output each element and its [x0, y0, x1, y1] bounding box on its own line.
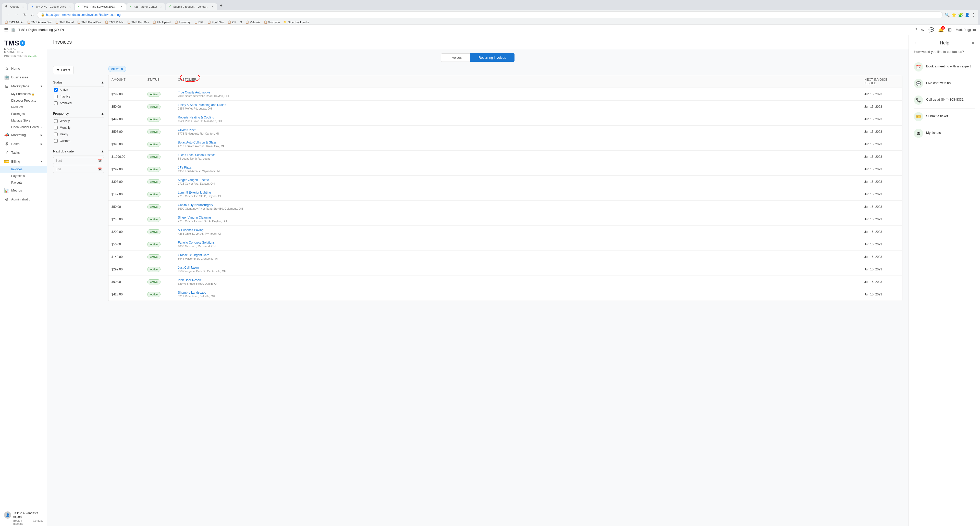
table-row[interactable]: $50.00 Active Finley & Sons Plumbing and… [108, 100, 902, 113]
tab-tms[interactable]: + TMS+ Paid Services 2023 - Goog... ✕ [75, 3, 126, 10]
weekly-checkbox[interactable] [54, 119, 58, 123]
yearly-checkbox[interactable] [54, 132, 58, 136]
customer-name-link[interactable]: Pink Door Resale [178, 278, 858, 282]
table-row[interactable]: $499.00 Active Roberts Heating & Cooling… [108, 113, 902, 126]
hamburger-icon[interactable]: ☰ [4, 27, 8, 33]
customer-name-link[interactable]: Finley & Sons Plumbing and Drains [178, 103, 858, 107]
address-bar[interactable]: 🔒 https://partners.vendasta.com/invoices… [37, 11, 943, 18]
table-row[interactable]: $428.00 Active Shambre Landscape 5217 Ru… [108, 288, 902, 301]
filter-frequency-header[interactable]: Frequency ▲ [53, 110, 104, 118]
archived-checkbox[interactable] [54, 101, 58, 105]
tab-tms-close[interactable]: ✕ [120, 5, 123, 8]
book-meeting-link[interactable]: Book a meeting [13, 519, 31, 525]
help-option-book-meeting[interactable]: 📅 Book a meeting with an expert [914, 59, 975, 75]
bookmark-tms-portal-dev[interactable]: 📋TMS Portal Dev [77, 21, 101, 24]
bookmark-vendasta[interactable]: 📋Vendasta [264, 21, 280, 24]
filters-button[interactable]: ▼ Filters [53, 66, 73, 74]
sidebar-item-tasks[interactable]: ✓ Tasks [0, 148, 47, 157]
bookmark-inventory[interactable]: 📋Inventory [175, 21, 190, 24]
date-end-input[interactable]: End 📅 [53, 166, 104, 173]
customer-name-link[interactable]: Capital City Neurosurgery [178, 203, 858, 207]
bookmark-g[interactable]: G [240, 21, 242, 24]
bookmark-file-upload[interactable]: 📋File Upload [153, 21, 171, 24]
table-row[interactable]: $50.00 Active Capital City Neurosurgery … [108, 201, 902, 213]
tab-google-close[interactable]: ✕ [22, 5, 24, 8]
customer-name-link[interactable]: JJ's Pizza [178, 166, 858, 169]
table-row[interactable]: $149.00 Active Grosse Ile Urgent Care 89… [108, 251, 902, 263]
customer-name-link[interactable]: Oliver's Pizza [178, 128, 858, 132]
bookmark-tms-public[interactable]: 📋TMS Public [105, 21, 124, 24]
sidebar-item-open-vendor-center[interactable]: Open Vendor Center ↗ [0, 124, 47, 131]
filter-weekly[interactable]: Weekly [53, 118, 104, 124]
new-tab-button[interactable]: + [218, 2, 225, 10]
connect-icon[interactable]: ∞ [921, 27, 924, 32]
contact-link[interactable]: Contact [33, 519, 43, 525]
sidebar-item-businesses[interactable]: 🏢 Businesses [0, 73, 47, 82]
tab-vendasta[interactable]: V Submit a request – Vendasta Sup... ✕ [166, 3, 217, 10]
notification-bell[interactable]: 🔔 2 [938, 27, 944, 33]
sidebar-item-metrics[interactable]: 📊 Metrics [0, 186, 47, 195]
customer-name-link[interactable]: Fanello Concrete Solutions [178, 241, 858, 244]
bookmark-tms-pub-dev[interactable]: 📋TMS Pub Dev [127, 21, 149, 24]
help-close-button[interactable]: ✕ [971, 40, 975, 46]
profile-icon[interactable]: 👤 [965, 13, 970, 18]
bookmark-zip[interactable]: 📋ZIP [228, 21, 236, 24]
sidebar-item-manage-store[interactable]: Manage Store [0, 117, 47, 124]
active-checkbox[interactable] [54, 88, 58, 92]
help-option-call-us[interactable]: 📞 Call us at (844) 308-8331 [914, 92, 975, 108]
forward-button[interactable]: → [13, 12, 20, 18]
extensions-icon[interactable]: 🧩 [958, 13, 963, 18]
sidebar-item-marketplace[interactable]: ⊞ Marketplace ▼ [0, 82, 47, 91]
help-back-button[interactable]: ← [914, 41, 918, 45]
back-button[interactable]: ← [5, 12, 11, 18]
table-row[interactable]: $299.00 Active JJ's Pizza 1952 Ford Aven… [108, 163, 902, 176]
bookmark-brl[interactable]: 📋BRL [194, 21, 204, 24]
filter-archived[interactable]: Archived [53, 100, 104, 107]
tab-partner[interactable]: ✓ (2) Partner Center ✕ [126, 3, 165, 10]
date-start-input[interactable]: Start 📅 [53, 157, 104, 164]
bookmark-tms-admin-dev[interactable]: 📋TMS Admin Dev [27, 21, 52, 24]
grid-icon[interactable]: ⊞ [948, 27, 952, 33]
table-row[interactable]: $1,096.00 Active Lucas Local School Dist… [108, 151, 902, 163]
filter-yearly[interactable]: Yearly [53, 131, 104, 138]
help-option-my-tickets[interactable]: 🎟 My tickets [914, 125, 975, 142]
table-row[interactable]: $598.00 Active Oliver's Pizza 8773 N Hag… [108, 126, 902, 138]
filter-status-header[interactable]: Status ▲ [53, 78, 104, 86]
menu-icon[interactable]: ⋮ [971, 13, 975, 18]
sidebar-item-products[interactable]: Products [0, 104, 47, 110]
tab-recurring-invoices[interactable]: Recurring Invoices [470, 53, 514, 62]
sidebar-item-billing[interactable]: 💳 Billing ▼ [0, 157, 47, 166]
table-row[interactable]: $299.00 Active True Quality Automotive 2… [108, 88, 902, 100]
sidebar-item-discover-products[interactable]: Discover Products [0, 97, 47, 104]
bookmark-tms-portal[interactable]: 📋TMS Portal [55, 21, 73, 24]
reload-button[interactable]: ↻ [22, 12, 28, 18]
tab-drive-close[interactable]: ✕ [68, 5, 71, 8]
customer-name-link[interactable]: True Quality Automotive [178, 91, 858, 94]
inactive-checkbox[interactable] [54, 95, 58, 98]
customer-name-link[interactable]: Grosse Ile Urgent Care [178, 253, 858, 257]
chat-icon[interactable]: 💬 [928, 27, 934, 33]
table-row[interactable]: $299.00 Active A 1 Asphalt Paving 4265 O… [108, 226, 902, 238]
table-row[interactable]: $50.00 Active Fanello Concrete Solutions… [108, 238, 902, 251]
chip-close-icon[interactable]: ✕ [121, 67, 124, 71]
bookmark-tms-admin[interactable]: 📋TMS Admin [5, 21, 24, 24]
search-icon[interactable]: 🔍 [945, 13, 950, 18]
tab-partner-close[interactable]: ✕ [160, 5, 162, 8]
bookmark-valassis[interactable]: 📋Valassis [245, 21, 260, 24]
tab-google[interactable]: G Google ✕ [2, 3, 27, 10]
sidebar-item-invoices[interactable]: Invoices [0, 166, 47, 173]
custom-checkbox[interactable] [54, 139, 58, 143]
tab-vendasta-close[interactable]: ✕ [211, 5, 214, 8]
tab-drive[interactable]: ▲ My Drive - Google Drive ✕ [28, 3, 74, 10]
sidebar-item-payouts[interactable]: Payouts [0, 179, 47, 186]
tab-invoices[interactable]: Invoices [441, 53, 470, 62]
bookmark-other[interactable]: 📁Other bookmarks [283, 21, 309, 24]
table-row[interactable]: $299.00 Active Just Call Jason 959 Congr… [108, 263, 902, 276]
sidebar-item-administration[interactable]: ⚙ Administration [0, 195, 47, 204]
help-option-submit-ticket[interactable]: 🎫 Submit a ticket [914, 108, 975, 125]
bookmark-fry-insite[interactable]: 📋Fry-InSite [207, 21, 224, 24]
filter-monthly[interactable]: Monthly [53, 124, 104, 131]
customer-name-link[interactable]: Shambre Landscape [178, 291, 858, 295]
user-name[interactable]: Mark Ruggiero [956, 28, 976, 32]
filter-custom[interactable]: Custom [53, 138, 104, 144]
